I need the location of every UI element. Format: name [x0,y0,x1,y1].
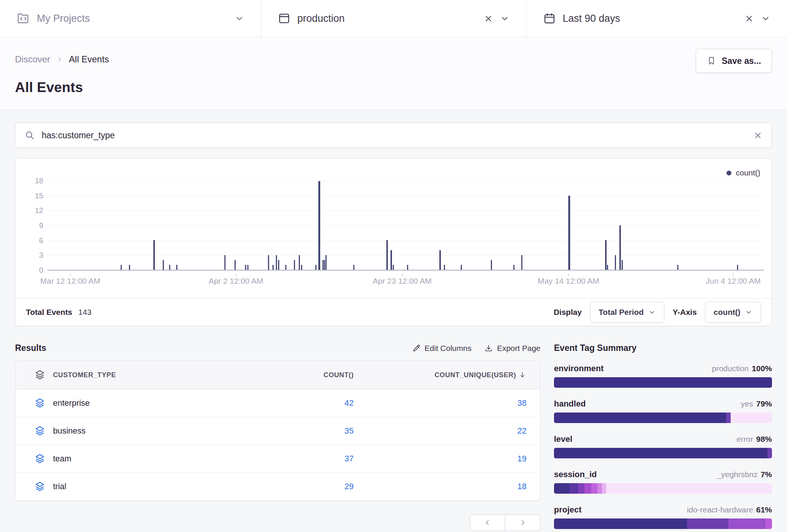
cell-count-unique[interactable]: 18 [354,482,527,491]
chevron-down-icon[interactable] [500,14,510,23]
display-dropdown[interactable]: Total Period [590,302,664,323]
tag-distribution-bar[interactable] [554,483,772,494]
next-page-button[interactable] [505,514,540,531]
cell-count-unique[interactable]: 22 [354,426,527,436]
tag-bar-segment [687,518,728,529]
search-input[interactable] [42,130,746,141]
results-table: CUSTOMER_TYPE COUNT() COUNT_UNIQUE(USER)… [15,361,540,501]
event-count-spike [439,250,441,270]
events-chart-card: count() 0369121518 Mar 12 12:00 AMApr 2 … [15,158,772,326]
cell-customer-type: business [53,426,230,436]
event-count-spike [276,255,277,270]
results-heading: Results [15,343,46,353]
legend-label: count() [736,168,760,177]
cell-count[interactable]: 35 [230,426,354,436]
tag-bar-segment [591,483,598,494]
save-as-button[interactable]: Save as... [696,49,772,73]
clear-search-icon[interactable] [753,131,763,140]
event-count-spike [294,260,295,270]
chevron-down-icon[interactable] [761,14,770,23]
y-tick-label: 18 [35,177,43,185]
edit-columns-button[interactable]: Edit Columns [412,344,472,353]
tag-group: session_id _yeghrsbnz 7% [554,470,772,494]
cell-count[interactable]: 29 [230,482,354,491]
breadcrumb-discover-link[interactable]: Discover [15,54,50,65]
event-count-spike [353,265,354,270]
close-icon[interactable] [745,14,754,23]
tag-distribution-bar[interactable] [554,448,772,458]
project-filter[interactable]: My Projects [0,0,261,37]
table-header-row: CUSTOMER_TYPE COUNT() COUNT_UNIQUE(USER) [15,361,540,389]
event-count-spike [407,265,408,270]
x-tick-label: May 14 12:00 AM [538,277,599,286]
y-tick-label: 9 [39,221,43,230]
discover-page: My Projects production [0,0,787,532]
event-count-spike [677,265,678,270]
event-count-spike [461,265,462,270]
tag-distribution-bar[interactable] [554,413,772,423]
event-count-spike [322,260,324,270]
stack-icon[interactable] [27,481,53,492]
cell-count-unique[interactable]: 19 [354,454,527,464]
tag-list: environment production 100% handled yes … [554,364,772,529]
bookmark-icon [707,56,716,66]
tag-distribution-bar[interactable] [554,377,772,388]
event-count-spike [325,255,327,270]
cell-count[interactable]: 37 [230,454,354,464]
cell-customer-type: team [53,454,230,464]
tag-top-value: yes [741,399,753,408]
event-count-spike [268,255,269,270]
display-dropdown-value: Total Period [599,308,644,317]
tag-top-value: _yeghrsbnz [717,470,758,479]
yaxis-label: Y-Axis [673,308,697,317]
column-header-count-unique[interactable]: COUNT_UNIQUE(USER) [354,371,527,379]
event-count-spike [619,225,621,270]
chart-legend[interactable]: count() [726,168,760,177]
chart-footer: Total Events 143 Display Total Period Y-… [15,298,772,326]
stack-icon[interactable] [27,397,53,409]
edit-columns-label: Edit Columns [425,344,472,353]
x-tick-mark [236,274,236,276]
tag-bar-segment [767,448,772,458]
date-range-filter[interactable]: Last 90 days [527,0,787,37]
total-events-value: 143 [78,308,91,317]
event-count-spike [491,260,492,270]
tag-percentage: 7% [761,470,772,479]
date-range-value: Last 90 days [563,13,620,24]
tag-distribution-bar[interactable] [554,518,772,529]
export-page-button[interactable]: Export Page [484,344,540,353]
previous-page-button[interactable] [470,514,505,531]
environment-filter[interactable]: production [261,0,527,37]
tag-bar-segment [554,483,569,494]
x-tick-label: Jun 4 12:00 AM [706,277,761,286]
tag-bar-segment [584,483,591,494]
tag-name: environment [554,364,604,373]
event-count-spike [245,265,246,270]
column-header-count[interactable]: COUNT() [230,371,354,379]
chevron-down-icon [235,14,244,23]
sort-desc-icon [518,371,527,379]
cell-customer-type: trial [53,482,230,491]
download-icon [484,344,493,353]
cell-count-unique[interactable]: 38 [354,398,527,408]
tag-summary-title: Event Tag Summary [554,343,772,353]
yaxis-dropdown-value: count() [714,308,740,317]
x-tick-label: Apr 2 12:00 AM [209,277,263,286]
column-header-customer-type[interactable]: CUSTOMER_TYPE [53,371,230,379]
events-chart: count() 0369121518 Mar 12 12:00 AMApr 2 … [15,159,772,298]
save-as-label: Save as... [722,56,761,66]
tag-top-value: ido-react-hardware [687,505,753,514]
event-count-spike [390,250,392,270]
cell-count[interactable]: 42 [230,398,354,408]
tag-bar-segment [726,413,731,423]
yaxis-dropdown[interactable]: count() [705,302,761,323]
event-count-spike [224,255,226,270]
results-section: Results Edit Columns Export [15,343,540,531]
close-icon[interactable] [484,14,493,23]
stack-icon[interactable] [27,453,53,464]
stack-icon[interactable] [27,425,53,437]
environment-filter-value: production [297,13,345,24]
x-tick-mark [70,274,71,276]
tag-bar-segment [766,518,772,529]
event-count-spike [568,196,570,270]
